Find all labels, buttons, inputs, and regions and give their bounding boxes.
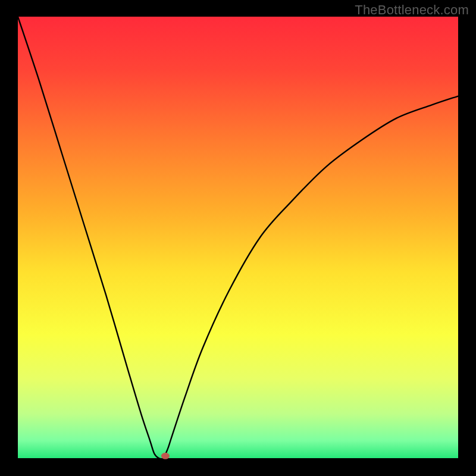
watermark-label: TheBottleneck.com <box>355 2 469 18</box>
chart-svg <box>0 0 476 476</box>
plot-background <box>18 17 458 458</box>
chart-root: TheBottleneck.com <box>0 0 476 476</box>
optimum-marker <box>161 453 170 459</box>
